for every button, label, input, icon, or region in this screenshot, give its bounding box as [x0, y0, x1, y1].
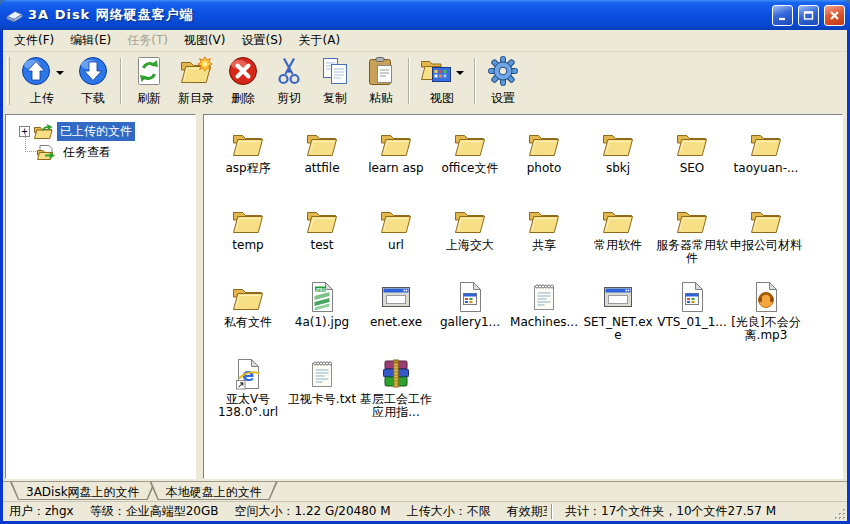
menu-item-settings[interactable]: 设置(S)	[234, 30, 291, 51]
file-item[interactable]: VTS_01_1...	[655, 278, 729, 355]
file-item[interactable]: 上海交大	[433, 201, 507, 278]
upload-dropdown-arrow[interactable]	[56, 71, 64, 75]
toolbar-new-folder-label: 新目录	[178, 90, 214, 107]
status-segment: 上传大小：不限	[407, 503, 491, 520]
folder-icon	[749, 124, 783, 159]
file-item[interactable]: 常用软件	[581, 201, 655, 278]
maximize-button[interactable]	[798, 5, 819, 26]
file-name: 私有文件	[224, 316, 272, 329]
file-item[interactable]: temp	[211, 201, 285, 278]
toolbar-settings-button[interactable]: 设置	[480, 54, 526, 109]
file-item[interactable]: [光良]不会分离.mp3	[729, 278, 803, 355]
file-name: [光良]不会分离.mp3	[730, 316, 802, 342]
task-folder-icon	[36, 144, 57, 161]
folder-icon	[601, 201, 635, 236]
toolbar-copy-button[interactable]: 复制	[312, 54, 358, 109]
close-button[interactable]	[824, 5, 845, 26]
menu-bar: 文件(F)编辑(E)任务(T)视图(V)设置(S)关于(A)	[3, 30, 847, 52]
rar-icon	[380, 355, 412, 390]
status-divider	[551, 504, 553, 519]
file-name: 基层工会工作应用指...	[360, 393, 432, 419]
file-item[interactable]: attfile	[285, 124, 359, 201]
copy-icon	[319, 55, 351, 90]
file-name: 共享	[532, 239, 556, 252]
tab-remote-files[interactable]: 3ADisk网盘上的文件	[10, 482, 156, 500]
tree-item-label[interactable]: 已上传的文件	[57, 122, 135, 141]
mp3-icon	[750, 278, 782, 313]
file-item[interactable]: JPEG4a(1).jpg	[285, 278, 359, 355]
file-item[interactable]: SET_NET.exe	[581, 278, 655, 355]
tree-item-label[interactable]: 任务查看	[60, 143, 114, 162]
file-item[interactable]: photo	[507, 124, 581, 201]
download-icon-wrap	[77, 57, 109, 89]
tab-local-files[interactable]: 本地硬盘上的文件	[150, 482, 278, 500]
toolbar-separator	[120, 58, 122, 104]
toolbar-cut-button[interactable]: 剪切	[266, 54, 312, 109]
toolbar-gripper[interactable]	[7, 57, 10, 105]
menu-item-about[interactable]: 关于(A)	[290, 30, 348, 51]
menu-item-edit[interactable]: 编辑(E)	[62, 30, 119, 51]
resize-grip[interactable]	[833, 505, 847, 521]
file-item[interactable]: Machines...	[507, 278, 581, 355]
folder-icon	[305, 124, 339, 159]
toolbar-download-button[interactable]: 下载	[70, 54, 116, 109]
file-name: VTS_01_1...	[657, 316, 727, 329]
folder-icon	[453, 201, 487, 236]
file-name: asp程序	[225, 162, 270, 175]
minimize-button[interactable]	[772, 5, 793, 26]
folder-icon	[675, 124, 709, 159]
toolbar-view-label: 视图	[430, 90, 454, 107]
download-icon	[77, 55, 109, 90]
file-item[interactable]: 基层工会工作应用指...	[359, 355, 433, 432]
file-item[interactable]: taoyuan-...	[729, 124, 803, 201]
settings-icon	[487, 55, 519, 90]
status-segment: 等级：企业高端型20GB	[90, 503, 219, 520]
toolbar-new-folder-button[interactable]: 新目录	[172, 54, 220, 109]
file-item[interactable]: 申报公司材料	[729, 201, 803, 278]
menu-item-view[interactable]: 视图(V)	[176, 30, 234, 51]
file-item[interactable]: asp程序	[211, 124, 285, 201]
titlebar[interactable]: 3A Disk 网络硬盘客户端	[0, 0, 850, 30]
file-item[interactable]: learn asp	[359, 124, 433, 201]
file-name: test	[310, 239, 333, 252]
settings-icon-wrap	[487, 57, 519, 89]
file-name: temp	[232, 239, 263, 252]
folder-icon	[231, 124, 265, 159]
toolbar-delete-button[interactable]: 删除	[220, 54, 266, 109]
file-item[interactable]: url	[359, 201, 433, 278]
app-icon	[6, 8, 23, 23]
file-name: SEO	[680, 162, 705, 175]
toolbar-refresh-button[interactable]: 刷新	[126, 54, 172, 109]
file-name: taoyuan-...	[734, 162, 799, 175]
folder-icon	[231, 278, 265, 313]
file-item[interactable]: enet.exe	[359, 278, 433, 355]
file-item[interactable]: 卫视卡号.txt	[285, 355, 359, 432]
folder-icon	[453, 124, 487, 159]
file-item[interactable]: 服务器常用软件	[655, 201, 729, 278]
jpeg-icon: JPEG	[306, 278, 338, 313]
file-item[interactable]: gallery1...	[433, 278, 507, 355]
folder-icon	[675, 201, 709, 236]
toolbar-upload-label: 上传	[30, 90, 54, 107]
menu-item-file[interactable]: 文件(F)	[6, 30, 62, 51]
file-item[interactable]: e亚太V号138.0°.url	[211, 355, 285, 432]
toolbar-paste-button[interactable]: 粘贴	[358, 54, 404, 109]
toolbar-view-button[interactable]: 视图	[414, 54, 470, 109]
file-name: office文件	[442, 162, 499, 175]
toolbar-upload-button[interactable]: 上传	[14, 54, 70, 109]
file-name: 上海交大	[446, 239, 494, 252]
file-item[interactable]: office文件	[433, 124, 507, 201]
toolbar-refresh-label: 刷新	[137, 90, 161, 107]
file-name: url	[388, 239, 404, 252]
sidebar-item-task-view[interactable]: 任务查看	[6, 142, 195, 163]
file-item[interactable]: 共享	[507, 201, 581, 278]
toolbar-separator	[474, 58, 476, 104]
view-dropdown-arrow[interactable]	[456, 71, 464, 75]
delete-icon-wrap	[227, 57, 259, 89]
file-item[interactable]: 私有文件	[211, 278, 285, 355]
file-item[interactable]: sbkj	[581, 124, 655, 201]
file-item[interactable]: SEO	[655, 124, 729, 201]
file-list-panel: asp程序attfilelearn aspoffice文件photosbkjSE…	[203, 114, 843, 479]
folder-icon	[527, 201, 561, 236]
file-item[interactable]: test	[285, 201, 359, 278]
